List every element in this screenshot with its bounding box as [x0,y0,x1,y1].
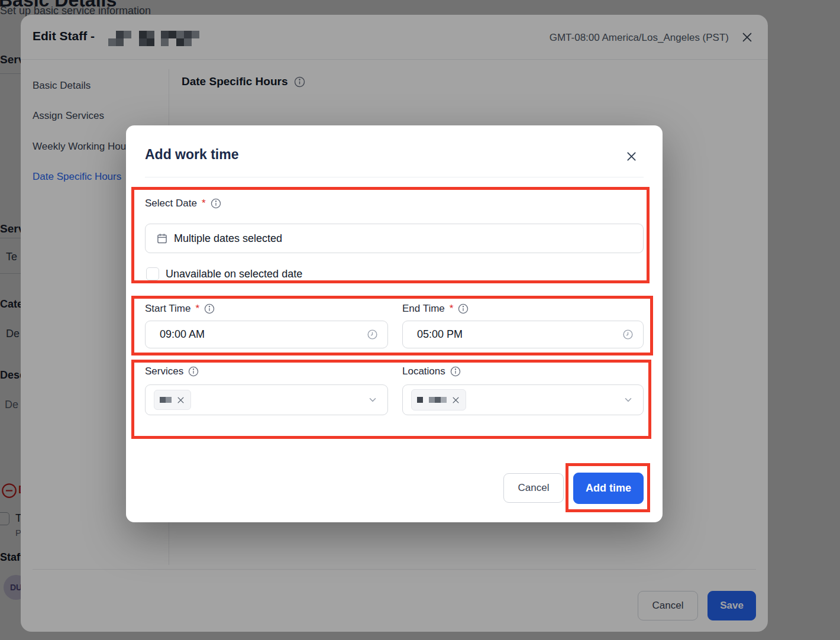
title-divider [145,177,644,177]
annotation-box-add-time [566,463,650,512]
annotation-box-services-locations [131,360,651,439]
add-work-time-title: Add work time [145,147,238,163]
close-icon[interactable] [625,150,638,163]
annotation-box-times [131,296,653,355]
cancel-button[interactable]: Cancel [503,473,564,503]
annotation-box-select-date [131,187,650,283]
screen: Basic Details Set up basic service infor… [0,0,840,640]
